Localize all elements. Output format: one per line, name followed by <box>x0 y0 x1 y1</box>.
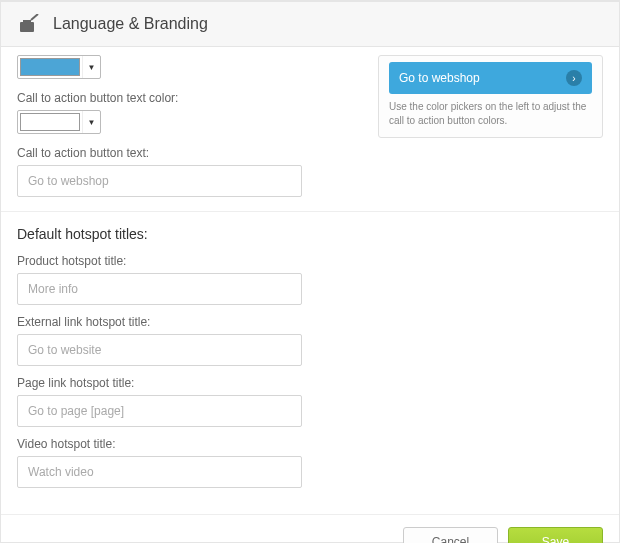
product-hotspot-input[interactable] <box>17 273 302 305</box>
chevron-right-icon: › <box>566 70 582 86</box>
cta-text-color-picker[interactable]: ▼ <box>17 110 101 134</box>
svg-rect-0 <box>20 22 34 32</box>
page-hotspot-input[interactable] <box>17 395 302 427</box>
chevron-down-icon: ▼ <box>82 111 100 133</box>
page-title: Language & Branding <box>53 15 208 33</box>
color-swatch <box>20 113 80 131</box>
external-hotspot-input[interactable] <box>17 334 302 366</box>
video-hotspot-input[interactable] <box>17 456 302 488</box>
product-hotspot-label: Product hotspot title: <box>17 254 603 268</box>
external-hotspot-label: External link hotspot title: <box>17 315 603 329</box>
briefcase-pencil-icon <box>19 14 41 34</box>
color-swatch <box>20 58 80 76</box>
form-left-column: ▼ Call to action button text color: ▼ Ca… <box>17 55 378 197</box>
video-hotspot-label: Video hotspot title: <box>17 437 603 451</box>
hotspot-heading: Default hotspot titles: <box>17 226 603 242</box>
cancel-button[interactable]: Cancel <box>403 527 498 543</box>
preview-button-label: Go to webshop <box>399 71 480 85</box>
cta-bg-color-picker[interactable]: ▼ <box>17 55 101 79</box>
page-header: Language & Branding <box>1 1 619 47</box>
footer-actions: Cancel Save <box>1 515 619 543</box>
preview-help-text: Use the color pickers on the left to adj… <box>389 100 592 127</box>
chevron-down-icon: ▼ <box>82 56 100 78</box>
cta-text-input[interactable] <box>17 165 302 197</box>
page-hotspot-label: Page link hotspot title: <box>17 376 603 390</box>
cta-preview-button[interactable]: Go to webshop › <box>389 62 592 94</box>
svg-rect-1 <box>23 20 31 22</box>
svg-line-2 <box>31 14 38 20</box>
cta-preview-box: Go to webshop › Use the color pickers on… <box>378 55 603 138</box>
cta-text-label: Call to action button text: <box>17 146 358 160</box>
save-button[interactable]: Save <box>508 527 603 543</box>
hotspot-section: Default hotspot titles: Product hotspot … <box>1 212 619 515</box>
cta-text-color-label: Call to action button text color: <box>17 91 358 105</box>
